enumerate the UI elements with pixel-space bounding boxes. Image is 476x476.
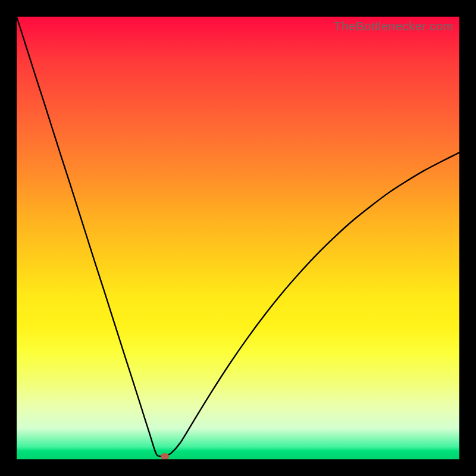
chart-frame: TheBottlenecker.com xyxy=(0,0,476,476)
bottleneck-curve xyxy=(17,17,459,459)
attribution-watermark: TheBottlenecker.com xyxy=(334,19,453,33)
optimal-point-marker xyxy=(161,453,169,459)
plot-area: TheBottlenecker.com xyxy=(17,17,459,459)
